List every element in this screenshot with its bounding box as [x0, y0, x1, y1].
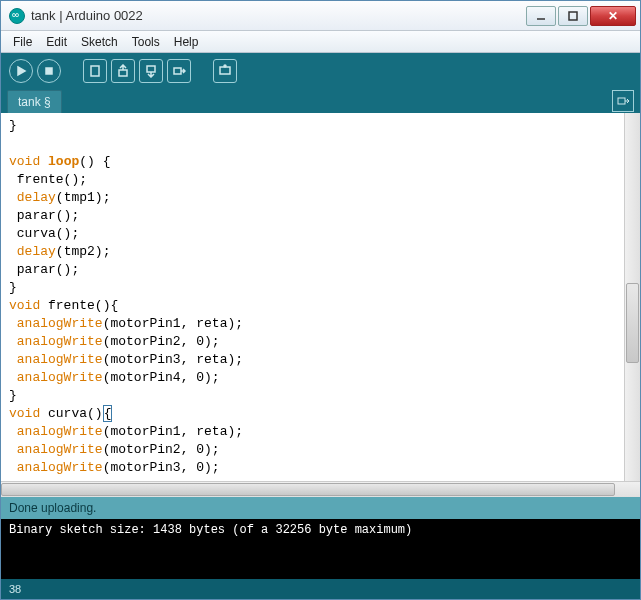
toolbar	[1, 53, 640, 89]
code-line: }	[9, 388, 17, 403]
code-keyword: void	[9, 154, 40, 169]
menubar: File Edit Sketch Tools Help	[1, 31, 640, 53]
svg-rect-1	[569, 12, 577, 20]
code-line: }	[9, 118, 17, 133]
titlebar[interactable]: tank | Arduino 0022 ✕	[1, 1, 640, 31]
menu-help[interactable]: Help	[168, 33, 205, 51]
code-keyword: void	[9, 298, 40, 313]
tabbar: tank §	[1, 89, 640, 113]
menu-edit[interactable]: Edit	[40, 33, 73, 51]
status-message: Done uploading.	[9, 501, 96, 515]
code-line: }	[9, 280, 17, 295]
svg-point-9	[224, 65, 226, 67]
code-text: (tmp2);	[56, 244, 111, 259]
minimize-button[interactable]	[526, 6, 556, 26]
code-text	[9, 352, 17, 367]
window-buttons: ✕	[526, 6, 636, 26]
save-button[interactable]	[139, 59, 163, 83]
serial-monitor-button[interactable]	[213, 59, 237, 83]
code-text	[9, 442, 17, 457]
hscroll-thumb[interactable]	[1, 483, 615, 496]
svg-rect-5	[119, 70, 127, 76]
vertical-scrollbar[interactable]	[624, 113, 640, 481]
svg-rect-8	[220, 67, 230, 74]
code-text: () {	[79, 154, 110, 169]
stop-button[interactable]	[37, 59, 61, 83]
svg-rect-7	[174, 68, 181, 74]
arduino-icon	[9, 8, 25, 24]
svg-rect-4	[91, 66, 99, 76]
maximize-button[interactable]	[558, 6, 588, 26]
code-text: (tmp1);	[56, 190, 111, 205]
svg-marker-2	[18, 67, 25, 75]
code-function: analogWrite	[17, 370, 103, 385]
svg-rect-3	[46, 68, 52, 74]
code-function: delay	[17, 244, 56, 259]
menu-tools[interactable]: Tools	[126, 33, 166, 51]
code-function: analogWrite	[17, 316, 103, 331]
code-text: (motorPin1, reta);	[103, 316, 243, 331]
code-keyword: loop	[48, 154, 79, 169]
upload-button[interactable]	[167, 59, 191, 83]
code-line: parar();	[9, 262, 79, 277]
code-function: analogWrite	[17, 334, 103, 349]
code-line: frente();	[9, 172, 87, 187]
code-text: (motorPin1, reta);	[103, 424, 243, 439]
code-text: (motorPin3, 0);	[103, 460, 220, 475]
code-line: parar();	[9, 208, 79, 223]
code-function: analogWrite	[17, 442, 103, 457]
menu-file[interactable]: File	[7, 33, 38, 51]
code-text	[9, 190, 17, 205]
tab-current[interactable]: tank §	[7, 90, 62, 113]
horizontal-scrollbar[interactable]	[1, 481, 640, 497]
line-number: 38	[9, 583, 21, 595]
bottom-panel: Done uploading. Binary sketch size: 1438…	[1, 497, 640, 599]
footer-bar: 38	[1, 579, 640, 599]
code-function: analogWrite	[17, 352, 103, 367]
console-output[interactable]: Binary sketch size: 1438 bytes (of a 322…	[1, 519, 640, 579]
code-text	[9, 370, 17, 385]
code-text	[9, 316, 17, 331]
svg-rect-10	[618, 98, 625, 104]
code-text: (motorPin3, reta);	[103, 352, 243, 367]
app-window: tank | Arduino 0022 ✕ File Edit Sketch T…	[0, 0, 641, 600]
cursor-position: {	[103, 405, 113, 422]
verify-button[interactable]	[9, 59, 33, 83]
menu-sketch[interactable]: Sketch	[75, 33, 124, 51]
code-function: analogWrite	[17, 460, 103, 475]
code-editor[interactable]: } void loop() { frente(); delay(tmp1); p…	[1, 113, 624, 481]
vscroll-thumb[interactable]	[626, 283, 639, 363]
code-text: curva()	[40, 406, 102, 421]
open-button[interactable]	[111, 59, 135, 83]
tab-menu-button[interactable]	[612, 90, 634, 112]
status-bar: Done uploading.	[1, 497, 640, 519]
code-text: (motorPin2, 0);	[103, 334, 220, 349]
code-text	[9, 460, 17, 475]
code-text: frente(){	[40, 298, 118, 313]
code-line: curva();	[9, 226, 79, 241]
close-button[interactable]: ✕	[590, 6, 636, 26]
code-text	[9, 244, 17, 259]
svg-rect-6	[147, 66, 155, 72]
editor-area: } void loop() { frente(); delay(tmp1); p…	[1, 113, 640, 481]
code-text: (motorPin2, 0);	[103, 442, 220, 457]
console-line: Binary sketch size: 1438 bytes (of a 322…	[9, 523, 632, 537]
code-text	[9, 424, 17, 439]
window-title: tank | Arduino 0022	[31, 8, 526, 23]
code-text: (motorPin4, 0);	[103, 370, 220, 385]
code-function: analogWrite	[17, 424, 103, 439]
new-button[interactable]	[83, 59, 107, 83]
code-keyword: void	[9, 406, 40, 421]
code-function: delay	[17, 190, 56, 205]
code-text	[9, 334, 17, 349]
